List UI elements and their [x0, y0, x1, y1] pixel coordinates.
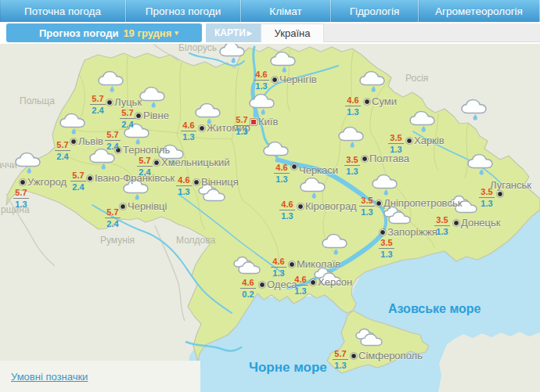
city-label-vinnytsia: Вінниця: [201, 176, 239, 188]
city-marker-kharkiv: [406, 138, 412, 144]
temp-max: 5.7: [234, 115, 250, 126]
map-overlay: БілорусьПольщаРосіяРумуніяМолдовааччирщи…: [0, 44, 540, 392]
rain-cloud-icon: [337, 125, 368, 149]
city-marker-chernivtsi: [120, 203, 126, 210]
chevron-down-icon: ▾: [175, 29, 178, 37]
city-marker-dnipropetrovsk: [376, 200, 382, 207]
city-marker-simferopol: [351, 353, 357, 359]
city-label-kherson: Херсон: [318, 276, 352, 288]
city-marker-cherkasy: [291, 164, 297, 170]
city-marker-luhansk: [497, 191, 503, 197]
temp-max: 4.6: [271, 257, 286, 268]
city-label-poltava: Полтава: [369, 153, 409, 164]
rain-cloud-icon: [261, 140, 293, 164]
city-temps-zhytomyr: 4.61.3: [181, 120, 196, 142]
city-temps-ternopil: 5.72.4: [105, 130, 121, 151]
city-temps-khmelnytskyi: 5.72,4: [137, 156, 153, 177]
legend-panel: Умовні позначки: [0, 361, 200, 392]
temp-min: 1.3: [274, 174, 290, 184]
forecast-date-selector[interactable]: Прогноз погоди 19 грудня ▾: [6, 23, 202, 42]
city-label-chernihiv: Чернігів: [279, 74, 317, 85]
city-temps-kyiv: 5.71.3: [234, 115, 250, 136]
rain-cloud-icon: [298, 176, 329, 200]
city-temps-ivano-frankivsk: 5.72.4: [70, 171, 86, 192]
clouds-icon: [231, 255, 262, 279]
city-label-khmelnytskyi: Хмельницький: [161, 156, 230, 168]
country-label: Білорусь: [178, 44, 217, 53]
temp-max: 3.5: [359, 196, 375, 207]
rain-cloud-icon: [138, 85, 169, 109]
temp-min: 1.3: [271, 268, 286, 278]
sea-label: Чорне море: [249, 360, 327, 376]
city-label-ivano-frankivsk: Івано-Франківськ: [95, 172, 175, 184]
city-temps-mykolaiv: 4.61.3: [271, 257, 286, 278]
tab-ukraine[interactable]: Україна: [261, 23, 324, 42]
city-marker-lutsk: [106, 99, 113, 106]
rain-cloud-icon: [408, 110, 439, 133]
tab-climate[interactable]: Клімат: [241, 0, 331, 22]
temp-max: 4.6: [279, 200, 295, 210]
rain-cloud-icon: [247, 92, 279, 116]
city-temps-uzhhorod: 5.71.3: [13, 188, 29, 209]
country-label: Росія: [405, 73, 428, 84]
rain-cloud-icon: [13, 151, 45, 174]
tab-hydrology[interactable]: Гідрологія: [331, 0, 419, 22]
temp-min: 2.4: [105, 218, 121, 228]
city-temps-lutsk: 5.72.4: [90, 94, 106, 115]
temp-max: 4.6: [254, 70, 269, 81]
city-label-uzhhorod: Ужгород: [27, 176, 67, 188]
temp-min: 2.4: [55, 151, 70, 161]
rain-cloud-icon: [370, 173, 401, 196]
city-marker-poltava: [362, 156, 368, 162]
rain-cloud-icon: [218, 44, 249, 64]
forecast-label: Прогноз погоди: [39, 27, 118, 39]
city-temps-kherson: 4.61.3: [293, 275, 308, 296]
city-temps-chernivtsi: 5.72.4: [105, 207, 121, 228]
temp-max: 5.7: [120, 108, 135, 119]
temp-max: 3.5: [379, 238, 394, 249]
temp-min: 2.4: [70, 182, 86, 192]
city-marker-zhytomyr: [199, 125, 205, 131]
tab-forecast[interactable]: Прогноз погоди: [126, 0, 241, 22]
city-label-kirovohrad: Кіровоград: [305, 200, 357, 212]
main-nav: Поточна погода Прогноз погоди Клімат Гід…: [0, 0, 540, 22]
country-label: Польща: [20, 95, 55, 106]
city-marker-chernihiv: [272, 77, 278, 83]
tab-agrometeorology[interactable]: Агрометеорологія: [419, 0, 540, 22]
temp-max: 5.7: [137, 156, 153, 167]
temp-max: 5.7: [105, 130, 121, 141]
temp-max: 4.6: [240, 278, 256, 289]
temp-min: 2.4: [90, 105, 106, 115]
sub-nav: Прогноз погоди 19 грудня ▾ КАРТИ ▶ Украї…: [0, 23, 540, 42]
maps-label: КАРТИ: [214, 27, 246, 38]
city-marker-rivne: [135, 113, 142, 119]
city-temps-vinnytsia: 4.61.3: [176, 175, 192, 196]
rain-cloud-icon: [459, 98, 491, 121]
city-label-dnipropetrovsk: Дніпропетровськ: [383, 197, 462, 209]
temp-max: 5.7: [333, 349, 348, 360]
temp-max: 3.5: [344, 155, 360, 166]
temp-min: 1.3: [254, 81, 269, 91]
rain-cloud-icon: [58, 112, 89, 135]
city-marker-khmelnytskyi: [153, 160, 160, 166]
temp-max: 5.7: [70, 171, 86, 182]
city-label-chernivtsi: Чернівці: [128, 200, 167, 212]
city-marker-odesa: [259, 282, 265, 288]
maps-button[interactable]: КАРТИ ▶: [206, 23, 261, 42]
temp-min: 1.3: [176, 186, 192, 196]
temp-min: 1.3: [479, 198, 495, 208]
legend-link[interactable]: Умовні позначки: [11, 371, 88, 383]
clouds-icon: [353, 327, 384, 351]
temp-min: 1.3: [13, 199, 29, 209]
city-label-lutsk: Луцьк: [114, 96, 142, 108]
country-label: Румунія: [100, 235, 135, 246]
temp-min: 0.2: [240, 289, 256, 299]
city-temps-kirovohrad: 4.61.3: [279, 200, 295, 221]
tab-current-weather[interactable]: Поточна погода: [0, 0, 126, 22]
temp-min: 1.3: [234, 126, 250, 136]
city-marker-ivano-frankivsk: [87, 175, 93, 182]
city-temps-simferopol: 5.71.3: [333, 349, 348, 370]
temp-min: 1.3: [279, 210, 295, 221]
city-label-rivne: Рівне: [143, 110, 169, 121]
city-marker-donetsk: [453, 220, 459, 226]
